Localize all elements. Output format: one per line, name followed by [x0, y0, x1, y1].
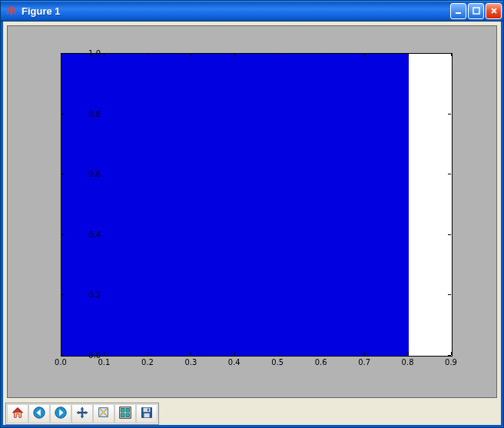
- toolbar-row: [1, 402, 503, 427]
- xtick-label: 0.4: [228, 358, 240, 367]
- nav-toolbar: [5, 403, 159, 425]
- ytick-label: 0.2: [70, 290, 101, 299]
- bar: [104, 54, 148, 356]
- plot-axes: [61, 53, 453, 357]
- svg-rect-1: [473, 8, 479, 14]
- subplots-button[interactable]: [114, 404, 136, 423]
- subplots-icon: [118, 406, 132, 421]
- figure-window: Figure 1 0.00.20.40.60.81.00.00.10.20.30…: [0, 0, 504, 428]
- svg-rect-9: [126, 413, 130, 417]
- ytick-label: 0.4: [70, 230, 101, 238]
- figure-content: 0.00.20.40.60.81.00.00.10.20.30.40.50.60…: [1, 22, 503, 402]
- svg-rect-7: [126, 409, 130, 413]
- xtick-label: 0.0: [55, 358, 67, 367]
- bar: [322, 54, 365, 356]
- bar: [235, 54, 278, 356]
- save-button[interactable]: [136, 404, 158, 423]
- back-icon: [32, 406, 46, 421]
- window-title: Figure 1: [22, 5, 450, 17]
- xtick-label: 0.5: [271, 358, 284, 367]
- xtick-label: 0.9: [445, 358, 457, 367]
- bar: [365, 54, 408, 356]
- ytick-label: 0.8: [70, 109, 101, 118]
- ytick-label: 1.0: [70, 49, 101, 58]
- forward-icon: [54, 406, 68, 421]
- bar: [191, 54, 234, 356]
- bar: [61, 54, 104, 356]
- pan-icon: [75, 406, 89, 421]
- zoom-button[interactable]: [93, 404, 114, 423]
- ytick-label: 0.6: [70, 170, 101, 178]
- svg-rect-13: [148, 409, 149, 412]
- maximize-button[interactable]: [468, 3, 484, 19]
- home-button[interactable]: [7, 404, 28, 423]
- home-icon: [11, 406, 25, 421]
- svg-rect-11: [144, 408, 151, 412]
- svg-rect-12: [144, 413, 149, 417]
- xtick-label: 0.2: [141, 358, 154, 367]
- xtick-label: 0.6: [315, 358, 327, 367]
- close-button[interactable]: [486, 3, 502, 19]
- xtick-label: 0.7: [358, 358, 370, 367]
- svg-rect-0: [456, 12, 461, 14]
- bars-layer: [61, 54, 452, 356]
- xtick-label: 0.1: [98, 358, 110, 367]
- figure-canvas[interactable]: 0.00.20.40.60.81.00.00.10.20.30.40.50.60…: [7, 25, 497, 398]
- pan-button[interactable]: [71, 404, 93, 423]
- svg-rect-6: [121, 409, 125, 413]
- xtick-label: 0.3: [184, 358, 197, 367]
- ytick-label: 0.0: [70, 351, 101, 360]
- titlebar[interactable]: Figure 1: [1, 1, 503, 22]
- bar: [278, 54, 321, 356]
- minimize-button[interactable]: [450, 3, 466, 19]
- tk-app-icon: [5, 5, 18, 17]
- back-button[interactable]: [28, 404, 50, 423]
- svg-rect-8: [121, 413, 125, 417]
- zoom-icon: [97, 406, 111, 421]
- xtick-label: 0.8: [402, 358, 414, 367]
- bar: [148, 54, 191, 356]
- save-icon: [140, 406, 154, 421]
- window-controls: [450, 3, 502, 19]
- forward-button[interactable]: [50, 404, 71, 423]
